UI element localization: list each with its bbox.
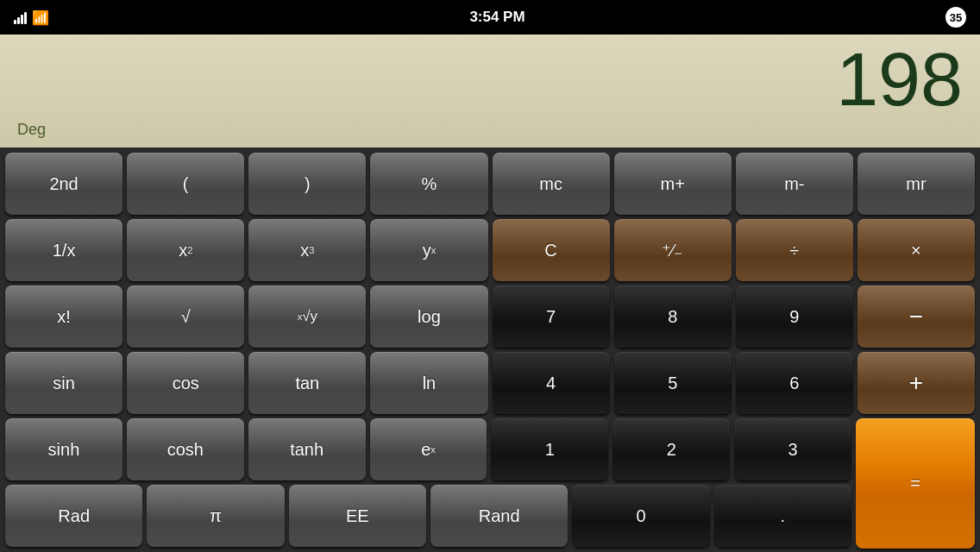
status-left: 📶 — [14, 9, 49, 26]
btn-7[interactable]: 7 — [493, 285, 610, 348]
btn-close-paren[interactable]: ) — [248, 153, 366, 215]
btn-open-paren[interactable]: ( — [127, 153, 244, 215]
btn-pi[interactable]: π — [147, 485, 284, 547]
btn-rand[interactable]: Rand — [430, 485, 568, 547]
calculator-display: 198 Deg — [0, 34, 980, 147]
btn-factorial[interactable]: x! — [5, 285, 122, 348]
btn-m-minus[interactable]: m- — [736, 153, 853, 215]
btn-x-cubed[interactable]: x3 — [248, 219, 366, 281]
btn-rad[interactable]: Rad — [5, 485, 142, 547]
btn-6[interactable]: 6 — [736, 352, 853, 414]
btn-5[interactable]: 5 — [614, 352, 732, 414]
btn-divide[interactable]: ÷ — [736, 219, 853, 281]
btn-cos[interactable]: cos — [127, 352, 244, 414]
button-subrow-5b: Rad π EE Rand 0 . — [5, 485, 851, 547]
display-value: 198 — [17, 41, 963, 121]
btn-sqrt[interactable]: √ — [127, 285, 244, 348]
btn-0[interactable]: 0 — [572, 485, 709, 547]
status-bar: 📶 3:54 PM 35 — [0, 0, 980, 34]
btn-sinh[interactable]: sinh — [5, 418, 122, 480]
battery-indicator: 35 — [945, 7, 966, 28]
btn-ee[interactable]: EE — [289, 485, 426, 547]
btn-2[interactable]: 2 — [612, 418, 730, 480]
button-row-2: 1/x x2 x3 yx C ⁺∕₋ ÷ × — [5, 219, 975, 281]
btn-ln[interactable]: ln — [370, 352, 487, 414]
btn-8[interactable]: 8 — [614, 285, 732, 348]
button-row-5: sinh cosh tanh ex 1 2 3 Rad π EE Rand 0 … — [5, 418, 975, 549]
btn-9[interactable]: 9 — [736, 285, 853, 348]
btn-1[interactable]: 1 — [491, 418, 608, 480]
btn-mr[interactable]: mr — [858, 153, 975, 215]
btn-log[interactable]: log — [370, 285, 487, 348]
btn-clear[interactable]: C — [493, 219, 610, 281]
btn-3[interactable]: 3 — [734, 418, 851, 480]
btn-plus-minus[interactable]: ⁺∕₋ — [614, 219, 732, 281]
btn-decimal[interactable]: . — [714, 485, 851, 547]
btn-percent[interactable]: % — [370, 153, 487, 215]
btn-2nd[interactable]: 2nd — [5, 153, 122, 215]
status-time: 3:54 PM — [469, 9, 525, 26]
signal-strength — [14, 10, 27, 24]
wifi-icon: 📶 — [32, 9, 49, 26]
btn-exp[interactable]: ex — [370, 418, 487, 480]
btn-xth-root[interactable]: x√y — [248, 285, 366, 348]
btn-x-squared[interactable]: x2 — [127, 219, 244, 281]
btn-m-plus[interactable]: m+ — [614, 153, 732, 215]
display-mode: Deg — [17, 121, 963, 144]
btn-subtract[interactable]: − — [858, 285, 975, 348]
btn-multiply[interactable]: × — [858, 219, 975, 281]
btn-tan[interactable]: tan — [248, 352, 366, 414]
button-row-3: x! √ x√y log 7 8 9 − — [5, 285, 975, 348]
btn-4[interactable]: 4 — [493, 352, 610, 414]
btn-tanh[interactable]: tanh — [248, 418, 366, 480]
btn-y-to-x[interactable]: yx — [370, 219, 487, 281]
button-row-1: 2nd ( ) % mc m+ m- mr — [5, 153, 975, 215]
button-subrow-5a: sinh cosh tanh ex 1 2 3 — [5, 418, 851, 480]
btn-cosh[interactable]: cosh — [127, 418, 244, 480]
calculator-body: 2nd ( ) % mc m+ m- mr 1/x x2 x3 yx C ⁺∕₋… — [0, 147, 980, 552]
btn-sin[interactable]: sin — [5, 352, 122, 414]
btn-mc[interactable]: mc — [493, 153, 610, 215]
btn-equals[interactable]: = — [856, 418, 975, 549]
button-row-4: sin cos tan ln 4 5 6 + — [5, 352, 975, 414]
btn-reciprocal[interactable]: 1/x — [5, 219, 122, 281]
btn-add[interactable]: + — [858, 352, 975, 414]
